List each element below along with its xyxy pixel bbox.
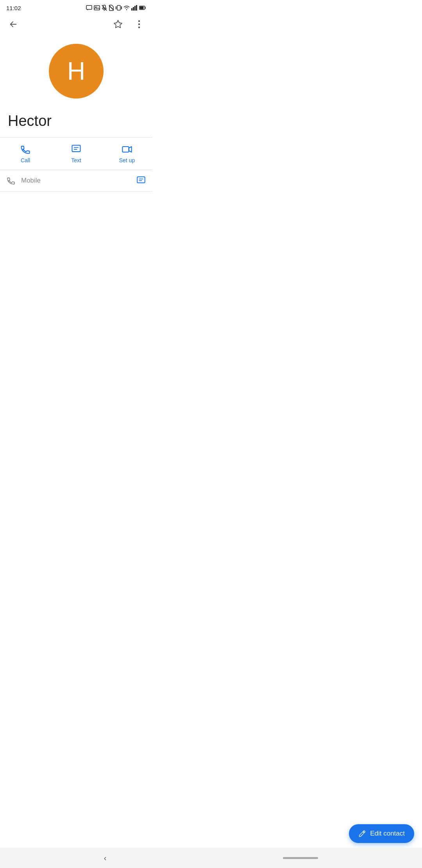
- no-sim-status-icon: [109, 5, 114, 11]
- call-button[interactable]: Call: [8, 144, 43, 163]
- back-arrow-icon: [9, 20, 18, 29]
- call-icon: [20, 144, 31, 155]
- message-status-icon: [86, 5, 92, 11]
- status-time: 11:02: [6, 5, 21, 11]
- mic-off-status-icon: [102, 5, 107, 11]
- message-row-button[interactable]: [136, 176, 146, 186]
- setup-button[interactable]: Set up: [109, 144, 145, 163]
- battery-status-icon: [139, 5, 146, 10]
- phone-row: Mobile: [0, 170, 152, 191]
- signal-status-icon: [131, 5, 138, 11]
- star-button[interactable]: [111, 17, 125, 31]
- svg-rect-11: [131, 8, 132, 11]
- vibrate-status-icon: [116, 5, 122, 11]
- divider-phone: [0, 191, 152, 192]
- star-icon: [113, 20, 123, 29]
- svg-point-18: [138, 23, 140, 25]
- avatar-section: H: [0, 34, 152, 106]
- status-icons: [86, 5, 146, 11]
- svg-rect-12: [133, 7, 134, 11]
- text-button[interactable]: Text: [59, 144, 94, 163]
- more-vert-icon: [138, 20, 140, 29]
- action-row: Call Text Set up: [0, 138, 152, 170]
- svg-rect-0: [86, 5, 92, 9]
- svg-rect-8: [117, 5, 120, 10]
- setup-label: Set up: [119, 157, 135, 163]
- app-bar: [0, 14, 152, 34]
- svg-rect-20: [72, 145, 80, 152]
- phone-label: Mobile: [21, 177, 131, 185]
- phone-row-icon: [6, 176, 16, 185]
- svg-rect-2: [94, 6, 100, 10]
- svg-rect-14: [136, 5, 137, 11]
- svg-point-17: [138, 20, 140, 22]
- back-button[interactable]: [6, 17, 20, 31]
- call-label: Call: [21, 157, 30, 163]
- message-row-icon: [136, 176, 146, 186]
- avatar: H: [49, 44, 104, 99]
- wifi-status-icon: [123, 5, 130, 10]
- status-bar: 11:02: [0, 0, 152, 14]
- text-icon: [71, 144, 82, 155]
- text-label: Text: [71, 157, 81, 163]
- svg-rect-13: [134, 6, 136, 11]
- contact-name: Hector: [0, 106, 152, 137]
- video-icon: [122, 144, 132, 155]
- svg-point-19: [138, 27, 140, 28]
- photo-status-icon: [94, 5, 100, 11]
- svg-rect-16: [140, 7, 144, 9]
- avatar-letter: H: [67, 57, 85, 86]
- more-button[interactable]: [132, 17, 146, 31]
- svg-rect-23: [122, 147, 129, 152]
- svg-rect-24: [137, 177, 145, 183]
